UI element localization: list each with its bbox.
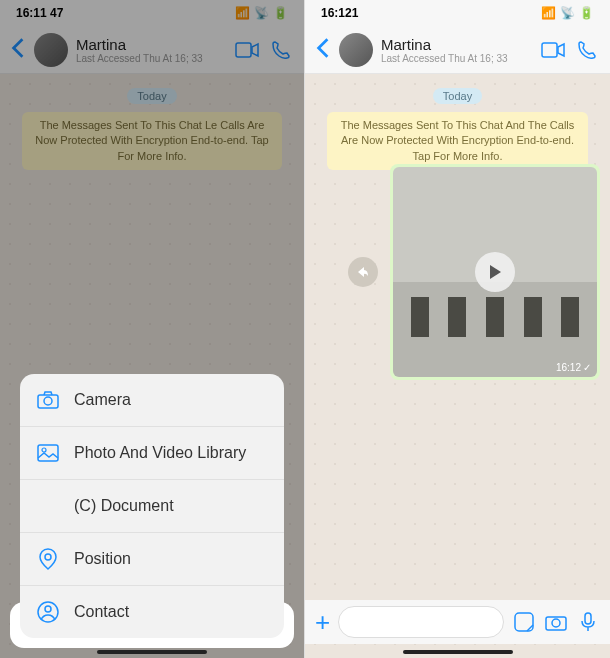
sheet-contact-label: Contact	[74, 603, 129, 621]
sheet-position-label: Position	[74, 550, 131, 568]
video-message[interactable]: 16:12✓	[390, 164, 600, 380]
sheet-contact[interactable]: Contact	[20, 586, 284, 638]
camera-input-icon[interactable]	[544, 613, 568, 631]
svg-point-5	[45, 554, 51, 560]
video-call-icon[interactable]	[540, 39, 566, 61]
status-time: 16:121	[321, 6, 358, 20]
back-button[interactable]	[315, 37, 331, 63]
contact-name: Martina	[381, 36, 508, 53]
home-indicator[interactable]	[403, 650, 513, 654]
svg-point-4	[42, 448, 46, 452]
chat-area[interactable]: Today The Messages Sent To This Chat And…	[305, 74, 610, 658]
svg-rect-8	[542, 43, 557, 57]
svg-point-7	[45, 606, 51, 612]
chat-header: Martina Last Accessed Thu At 16; 33	[305, 26, 610, 74]
photo-icon	[36, 441, 60, 465]
play-icon[interactable]	[475, 252, 515, 292]
contact-icon	[36, 600, 60, 624]
phone-left: 16:11 47 📶 📡 🔋 Martina Last Accessed Thu…	[0, 0, 305, 658]
location-icon	[36, 547, 60, 571]
attachment-sheet: Camera Photo And Video Library (C) Docum…	[10, 594, 294, 648]
camera-icon	[36, 388, 60, 412]
sheet-position[interactable]: Position	[20, 533, 284, 586]
read-check-icon: ✓	[583, 362, 591, 373]
message-time: 16:12✓	[556, 362, 591, 373]
signal-icon: 📶	[541, 6, 556, 20]
message-input[interactable]	[338, 606, 504, 638]
video-thumbnail[interactable]: 16:12✓	[393, 167, 597, 377]
sheet-camera-label: Camera	[74, 391, 131, 409]
sheet-document-label: (C) Document	[74, 497, 174, 515]
input-bar: +	[305, 600, 610, 644]
avatar[interactable]	[339, 33, 373, 67]
sheet-library[interactable]: Photo And Video Library	[20, 427, 284, 480]
forward-icon[interactable]	[348, 257, 378, 287]
phone-right: 16:121 📶 📡 🔋 Martina Last Accessed Thu A…	[305, 0, 610, 658]
svg-rect-3	[38, 445, 58, 461]
sticker-icon[interactable]	[512, 612, 536, 632]
home-indicator[interactable]	[97, 650, 207, 654]
sheet-camera[interactable]: Camera	[20, 374, 284, 427]
status-icons: 📶 📡 🔋	[541, 6, 594, 20]
svg-point-11	[552, 619, 560, 627]
attach-button[interactable]: +	[315, 607, 330, 638]
svg-rect-12	[585, 613, 591, 624]
encryption-notice[interactable]: The Messages Sent To This Chat And The C…	[327, 112, 588, 170]
date-pill: Today	[433, 88, 482, 104]
call-icon[interactable]	[574, 39, 600, 61]
document-icon	[36, 494, 60, 518]
last-seen: Last Accessed Thu At 16; 33	[381, 53, 508, 64]
svg-point-2	[44, 397, 52, 405]
battery-icon: 🔋	[579, 6, 594, 20]
sheet-document[interactable]: (C) Document	[20, 480, 284, 533]
contact-info[interactable]: Martina Last Accessed Thu At 16; 33	[381, 36, 508, 64]
wifi-icon: 📡	[560, 6, 575, 20]
status-bar: 16:121 📶 📡 🔋	[305, 0, 610, 26]
mic-icon[interactable]	[576, 612, 600, 632]
sheet-library-label: Photo And Video Library	[74, 444, 246, 462]
